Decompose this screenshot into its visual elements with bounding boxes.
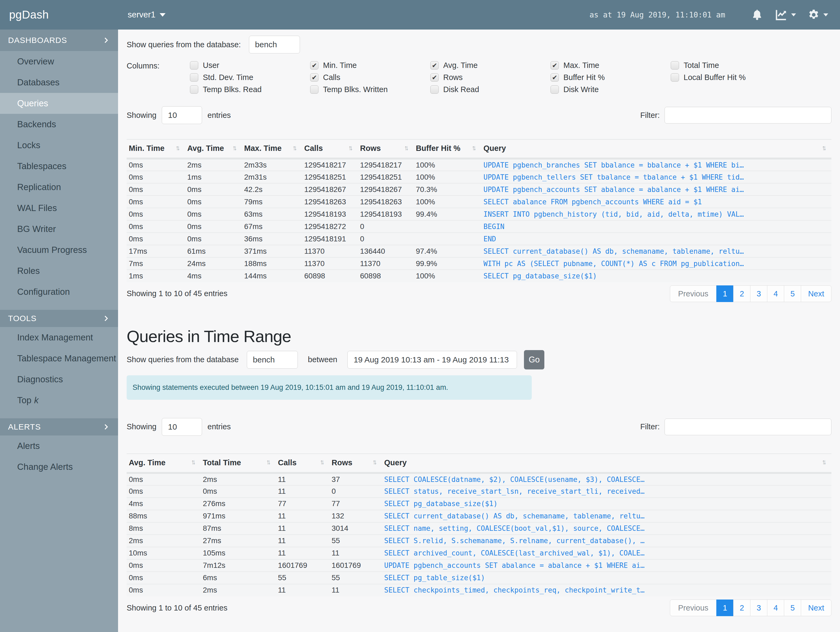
column-header-calls[interactable]: Calls↑↓ <box>276 454 330 473</box>
column-header-avg-time[interactable]: Avg. Time↑↓ <box>126 454 201 473</box>
sidebar-item-diagnostics[interactable]: Diagnostics <box>0 369 118 390</box>
sidebar-item-change-alerts[interactable]: Change Alerts <box>0 456 118 477</box>
sidebar-item-databases[interactable]: Databases <box>0 72 118 93</box>
column-header-max-time[interactable]: Max. Time↑↓ <box>242 139 302 159</box>
query-link[interactable]: SELECT COALESCE(datname, $2), COALESCE(u… <box>384 475 645 483</box>
column-header-query[interactable]: Query↑↓ <box>382 454 831 473</box>
sidebar-section-alerts[interactable]: ALERTS <box>0 418 118 436</box>
column-header-avg-time[interactable]: Avg. Time↑↓ <box>185 139 242 159</box>
query-link[interactable]: SELECT name, setting, COALESCE(boot_val,… <box>384 524 645 532</box>
sidebar-section-dashboards[interactable]: DASHBOARDS <box>0 30 118 51</box>
value-cell: 11370 <box>302 257 358 270</box>
query-link[interactable]: UPDATE pgbench_accounts SET abalance = a… <box>384 561 645 569</box>
query-link[interactable]: SELECT pg_database_size($1) <box>384 500 498 508</box>
query-link[interactable]: END <box>483 235 496 243</box>
column-checkbox-std-dev-time[interactable]: Std. Dev. Time <box>190 71 310 84</box>
query-link[interactable]: SELECT archived_count, COALESCE(last_arc… <box>384 549 645 557</box>
page-button-4[interactable]: 4 <box>767 285 784 302</box>
column-checkbox-max-time[interactable]: ✔Max. Time <box>551 59 671 71</box>
query-link[interactable]: SELECT abalance FROM pgbench_accounts WH… <box>483 198 702 206</box>
page-button-1[interactable]: 1 <box>716 600 734 616</box>
database-input[interactable] <box>247 351 298 369</box>
filter-input[interactable] <box>665 418 831 435</box>
sidebar-item-vacuum-progress[interactable]: Vacuum Progress <box>0 239 118 260</box>
page-button-next[interactable]: Next <box>801 285 831 302</box>
sidebar-item-tablespaces[interactable]: Tablespaces <box>0 156 118 177</box>
value-cell: 1295418217 <box>358 159 414 171</box>
column-checkbox-min-time[interactable]: ✔Min. Time <box>310 59 430 71</box>
column-checkbox-temp-blks-written[interactable]: Temp Blks. Written <box>310 84 430 95</box>
sidebar-item-roles[interactable]: Roles <box>0 260 118 281</box>
column-checkbox-disk-read[interactable]: Disk Read <box>430 84 551 95</box>
sort-icon: ↑↓ <box>822 144 824 152</box>
page-button-5[interactable]: 5 <box>784 285 801 302</box>
column-checkbox-calls[interactable]: ✔Calls <box>310 71 430 84</box>
query-link[interactable]: UPDATE pgbench_branches SET bbalance = b… <box>483 161 744 169</box>
table-row: 0ms0ms110SELECT status, receive_start_ls… <box>126 485 831 497</box>
value-cell: 0ms <box>185 208 242 220</box>
column-header-rows[interactable]: Rows↑↓ <box>358 139 414 159</box>
go-button[interactable]: Go <box>524 350 544 369</box>
entries-count-input[interactable] <box>162 106 202 124</box>
column-header-rows[interactable]: Rows↑↓ <box>330 454 382 473</box>
page-button-previous[interactable]: Previous <box>670 285 717 302</box>
sidebar-item-backends[interactable]: Backends <box>0 114 118 135</box>
query-link[interactable]: SELECT status, receive_start_lsn, receiv… <box>384 487 645 495</box>
entries-count-input[interactable] <box>162 418 202 436</box>
server-selector[interactable]: server1 <box>128 10 166 20</box>
query-link[interactable]: SELECT current_database() AS db, scheman… <box>483 247 744 255</box>
column-header-calls[interactable]: Calls↑↓ <box>302 139 358 159</box>
column-checkbox-total-time[interactable]: Total Time <box>671 59 791 71</box>
notifications-bell-icon[interactable] <box>751 9 763 21</box>
column-checkbox-rows[interactable]: ✔Rows <box>430 71 551 84</box>
page-button-previous[interactable]: Previous <box>670 600 717 616</box>
page-button-4[interactable]: 4 <box>767 600 784 616</box>
page-button-next[interactable]: Next <box>801 600 831 616</box>
query-link[interactable]: INSERT INTO pgbench_history (tid, bid, a… <box>483 210 744 218</box>
query-link[interactable]: SELECT pg_table_size($1) <box>384 574 485 582</box>
page-button-3[interactable]: 3 <box>750 600 767 616</box>
sidebar-item-index-management[interactable]: Index Management <box>0 327 118 348</box>
filter-input[interactable] <box>665 107 831 124</box>
sidebar-section-tools[interactable]: TOOLS <box>0 310 118 327</box>
column-checkbox-local-buffer-hit[interactable]: Local Buffer Hit % <box>671 71 791 84</box>
page-button-1[interactable]: 1 <box>716 285 734 302</box>
query-link[interactable]: BEGIN <box>483 223 504 231</box>
column-header-buffer-hit[interactable]: Buffer Hit %↑↓ <box>414 139 481 159</box>
sidebar-item-replication[interactable]: Replication <box>0 177 118 198</box>
page-button-2[interactable]: 2 <box>733 600 750 616</box>
query-link[interactable]: SELECT pg_database_size($1) <box>483 272 597 280</box>
query-link[interactable]: SELECT S.relid, S.schemaname, S.relname,… <box>384 537 645 545</box>
sidebar-item-alerts[interactable]: Alerts <box>0 436 118 456</box>
page-button-3[interactable]: 3 <box>750 285 767 302</box>
query-link[interactable]: SELECT checkpoints_timed, checkpoints_re… <box>384 586 645 594</box>
sidebar-item-queries[interactable]: Queries <box>0 93 118 114</box>
query-link[interactable]: WITH pc AS (SELECT pubname, COUNT(*) AS … <box>483 260 744 268</box>
column-header-min-time[interactable]: Min. Time↑↓ <box>126 139 185 159</box>
time-range-input[interactable] <box>347 351 517 369</box>
sidebar-item-locks[interactable]: Locks <box>0 135 118 156</box>
sidebar-item-wal-files[interactable]: WAL Files <box>0 198 118 219</box>
column-header-query[interactable]: Query↑↓ <box>481 139 831 159</box>
sidebar-item-bg-writer[interactable]: BG Writer <box>0 219 118 239</box>
page-button-5[interactable]: 5 <box>784 600 801 616</box>
charts-menu[interactable] <box>775 8 796 22</box>
sidebar-item-topk[interactable]: Topk <box>0 390 118 411</box>
query-link[interactable]: SELECT current_database() AS db, scheman… <box>384 512 645 520</box>
database-input[interactable] <box>249 36 300 54</box>
column-checkbox-user[interactable]: User <box>190 59 310 71</box>
value-cell: 2ms <box>185 159 242 171</box>
sidebar-item-overview[interactable]: Overview <box>0 51 118 72</box>
column-checkbox-buffer-hit[interactable]: ✔Buffer Hit % <box>551 71 671 84</box>
query-link[interactable]: UPDATE pgbench_tellers SET tbalance = tb… <box>483 173 744 181</box>
page-button-2[interactable]: 2 <box>733 285 750 302</box>
query-link[interactable]: UPDATE pgbench_accounts SET abalance = a… <box>483 185 744 193</box>
sidebar-item-tablespace-management[interactable]: Tablespace Management <box>0 348 118 369</box>
column-checkbox-temp-blks-read[interactable]: Temp Blks. Read <box>190 84 310 95</box>
column-checkbox-disk-write[interactable]: Disk Write <box>551 84 671 95</box>
settings-menu[interactable] <box>807 8 828 21</box>
checkbox-label: Buffer Hit % <box>564 73 605 82</box>
sidebar-item-configuration[interactable]: Configuration <box>0 281 118 302</box>
column-checkbox-avg-time[interactable]: ✔Avg. Time <box>430 59 551 71</box>
column-header-total-time[interactable]: Total Time↑↓ <box>201 454 276 473</box>
